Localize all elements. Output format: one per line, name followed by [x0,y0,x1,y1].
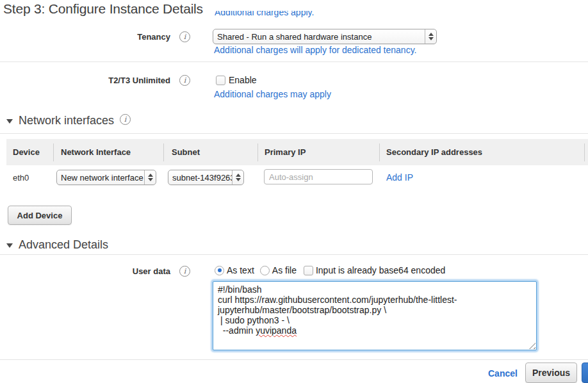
divider [0,61,588,62]
column-separator [379,143,380,161]
additional-charges-apply-link[interactable]: Additional charges apply. [215,11,314,17]
page-title: Step 3: Configure Instance Details [3,1,203,17]
col-header-device: Device [13,147,40,157]
misspelled-word: yuvipanda [256,325,297,336]
user-data-text: #!/bin/bash curl https://raw.githubuserc… [213,282,536,350]
primary-ip-input[interactable] [264,169,373,184]
add-ip-link[interactable]: Add IP [386,172,413,183]
enable-checkbox[interactable] [216,76,225,85]
column-separator [53,143,54,161]
review-and-launch-button[interactable] [582,363,588,383]
info-icon[interactable]: i [179,31,190,42]
t2t3-unlimited-label: T2/T3 Unlimited [0,76,170,85]
network-interface-select[interactable]: New network interface [56,170,156,185]
user-data-label: User data [0,266,170,276]
col-header-network-interface: Network Interface [61,147,131,157]
collapse-triangle-icon [6,243,13,248]
column-separator [257,143,258,161]
as-file-radio[interactable] [260,266,270,275]
base64-checkbox[interactable] [304,266,313,275]
info-icon-glyph: i [184,33,186,40]
network-interfaces-title: Network interfaces [19,114,114,127]
tenancy-select-value: Shared - Run a shared hardware instance [213,29,425,44]
t2t3-charges-link[interactable]: Additional charges may apply [214,89,331,99]
info-icon[interactable]: i [120,114,131,125]
col-header-primary-ip: Primary IP [265,147,306,157]
as-file-radio-label: As file [272,265,297,275]
info-icon-glyph: i [184,268,186,275]
configure-instance-details-page: Additional charges apply. Step 3: Config… [0,0,588,383]
enable-checkbox-label: Enable [229,75,257,85]
divider [0,133,588,134]
add-device-button[interactable]: Add Device [8,206,72,225]
network-interfaces-section-header[interactable]: Network interfaces i [6,114,131,127]
device-cell: eth0 [13,173,29,183]
col-header-subnet: Subnet [172,147,200,157]
scrolled-content-clip: Additional charges apply. [215,11,381,20]
col-header-secondary-ip: Secondary IP addresses [386,147,482,157]
tenancy-label: Tenancy [0,32,170,42]
base64-checkbox-label: Input is already base64 encoded [316,265,445,275]
network-interface-select-value: New network interface [57,170,144,184]
user-data-script-text: #!/bin/bash curl https://raw.githubuserc… [218,284,457,336]
tenancy-charges-link[interactable]: Additional charges will apply for dedica… [214,45,416,55]
select-stepper-icon [144,170,156,184]
as-text-radio-label: As text [227,265,254,275]
subnet-select-value: subnet-143f9263 [168,170,232,184]
collapse-triangle-icon [6,119,13,124]
subnet-select[interactable]: subnet-143f9263 [168,170,244,185]
previous-button-label: Previous [532,368,570,378]
select-stepper-icon [425,29,436,44]
user-data-textarea[interactable]: #!/bin/bash curl https://raw.githubuserc… [213,281,537,350]
info-icon[interactable]: i [179,75,190,86]
column-separator [163,143,164,161]
as-text-radio[interactable] [215,266,224,275]
advanced-details-section-header[interactable]: Advanced Details [6,238,108,252]
select-stepper-icon [232,170,243,184]
column-separator [584,143,585,161]
add-device-button-label: Add Device [17,211,63,220]
info-icon-glyph: i [124,116,127,123]
info-icon-glyph: i [184,77,186,84]
info-icon[interactable]: i [179,266,190,277]
previous-button[interactable]: Previous [525,363,577,383]
tenancy-select[interactable]: Shared - Run a shared hardware instance [213,29,437,44]
divider [0,359,588,360]
advanced-details-title: Advanced Details [19,238,108,252]
cancel-button[interactable]: Cancel [488,368,518,379]
radio-selected-dot [218,268,222,272]
divider [0,254,588,255]
